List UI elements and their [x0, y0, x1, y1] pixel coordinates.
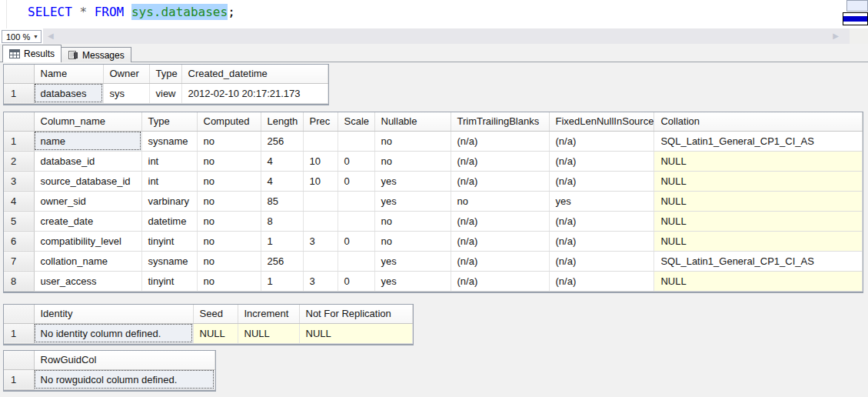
- column-header[interactable]: Computed: [197, 112, 261, 131]
- cell[interactable]: view: [149, 83, 181, 103]
- cell[interactable]: NULL: [654, 171, 863, 191]
- cell[interactable]: datetime: [141, 211, 197, 231]
- column-header[interactable]: Scale: [338, 112, 374, 131]
- vertical-scrollbar-thumb[interactable]: [846, 0, 868, 12]
- cell[interactable]: sys: [103, 83, 149, 103]
- column-header[interactable]: Increment: [238, 305, 299, 323]
- row-header[interactable]: 8: [4, 271, 34, 291]
- column-header[interactable]: Length: [261, 112, 303, 131]
- column-header[interactable]: Created_datetime: [181, 65, 328, 83]
- cell[interactable]: 0: [338, 151, 374, 171]
- cell[interactable]: (n/a): [549, 211, 654, 231]
- cell[interactable]: 10: [303, 151, 338, 171]
- column-header[interactable]: Column_name: [34, 112, 141, 131]
- selected-cell[interactable]: name: [34, 131, 141, 151]
- selected-cell[interactable]: No rowguidcol column defined.: [34, 369, 215, 389]
- grid-corner-cell[interactable]: [4, 65, 34, 83]
- zoom-dropdown[interactable]: 100 % ▼: [2, 30, 42, 43]
- cell[interactable]: no: [197, 151, 261, 171]
- cell[interactable]: 0: [338, 231, 374, 251]
- cell[interactable]: NULL: [654, 271, 863, 291]
- cell[interactable]: no: [374, 211, 451, 231]
- cell[interactable]: owner_sid: [34, 191, 141, 211]
- cell[interactable]: collation_name: [34, 251, 141, 271]
- cell[interactable]: [303, 211, 338, 231]
- column-header[interactable]: Type: [149, 65, 181, 83]
- cell[interactable]: SQL_Latin1_General_CP1_CI_AS: [654, 131, 863, 151]
- cell[interactable]: (n/a): [451, 231, 549, 251]
- column-header[interactable]: TrimTrailingBlanks: [451, 112, 549, 131]
- cell[interactable]: [338, 211, 374, 231]
- cell[interactable]: yes: [374, 271, 451, 291]
- cell[interactable]: 1: [261, 271, 303, 291]
- cell[interactable]: [303, 251, 338, 271]
- cell[interactable]: yes: [549, 191, 654, 211]
- cell[interactable]: NULL: [654, 151, 863, 171]
- column-header[interactable]: Owner: [103, 65, 149, 83]
- cell[interactable]: (n/a): [549, 271, 654, 291]
- tab-messages[interactable]: Messages: [61, 47, 131, 62]
- cell[interactable]: (n/a): [451, 271, 549, 291]
- cell[interactable]: (n/a): [451, 211, 549, 231]
- row-header[interactable]: 1: [4, 369, 34, 389]
- selected-cell[interactable]: databases: [34, 83, 103, 103]
- scroll-right-icon[interactable]: ▶: [833, 32, 839, 40]
- cell[interactable]: 0: [338, 271, 374, 291]
- grid-corner-cell[interactable]: [4, 351, 34, 369]
- cell[interactable]: 8: [261, 211, 303, 231]
- cell[interactable]: NULL: [193, 323, 238, 343]
- cell[interactable]: 256: [261, 251, 303, 271]
- cell[interactable]: (n/a): [549, 231, 654, 251]
- cell[interactable]: [338, 191, 374, 211]
- cell[interactable]: NULL: [238, 323, 299, 343]
- cell[interactable]: source_database_id: [34, 171, 141, 191]
- cell[interactable]: 0: [338, 171, 374, 191]
- row-header[interactable]: 7: [4, 251, 34, 271]
- column-header[interactable]: Seed: [193, 305, 238, 323]
- cell[interactable]: yes: [374, 251, 451, 271]
- sql-editor[interactable]: SELECT * FROM sys.databases;: [0, 0, 868, 28]
- row-header[interactable]: 1: [4, 83, 34, 103]
- cell[interactable]: 2012-02-10 20:17:21.173: [181, 83, 328, 103]
- row-header[interactable]: 2: [4, 151, 34, 171]
- cell[interactable]: 3: [303, 271, 338, 291]
- cell[interactable]: no: [197, 191, 261, 211]
- cell[interactable]: sysname: [141, 131, 197, 151]
- column-header[interactable]: Name: [34, 65, 103, 83]
- cell[interactable]: no: [451, 191, 549, 211]
- column-header[interactable]: FixedLenNullInSource: [549, 112, 654, 131]
- cell[interactable]: (n/a): [451, 131, 549, 151]
- scroll-left-icon[interactable]: ◀: [48, 32, 54, 40]
- cell[interactable]: sysname: [141, 251, 197, 271]
- cell[interactable]: user_access: [34, 271, 141, 291]
- cell[interactable]: compatibility_level: [34, 231, 141, 251]
- cell[interactable]: yes: [374, 171, 451, 191]
- cell[interactable]: SQL_Latin1_General_CP1_CI_AS: [654, 251, 863, 271]
- cell[interactable]: varbinary: [141, 191, 197, 211]
- cell[interactable]: no: [197, 251, 261, 271]
- cell[interactable]: (n/a): [451, 251, 549, 271]
- grid-corner-cell[interactable]: [4, 112, 34, 131]
- cell[interactable]: database_id: [34, 151, 141, 171]
- cell[interactable]: (n/a): [549, 171, 654, 191]
- cell[interactable]: [303, 191, 338, 211]
- row-header[interactable]: 1: [4, 323, 34, 343]
- row-header[interactable]: 6: [4, 231, 34, 251]
- cell[interactable]: [338, 251, 374, 271]
- column-header[interactable]: Type: [141, 112, 197, 131]
- cell[interactable]: no: [197, 271, 261, 291]
- column-header[interactable]: RowGuidCol: [34, 351, 215, 369]
- cell[interactable]: [338, 131, 374, 151]
- cell[interactable]: 10: [303, 171, 338, 191]
- cell[interactable]: NULL: [654, 211, 863, 231]
- cell[interactable]: 4: [261, 151, 303, 171]
- grid-corner-cell[interactable]: [4, 305, 34, 323]
- cell[interactable]: no: [374, 231, 451, 251]
- cell[interactable]: NULL: [654, 231, 863, 251]
- column-header[interactable]: Identity: [34, 305, 193, 323]
- cell[interactable]: no: [197, 231, 261, 251]
- cell[interactable]: 85: [261, 191, 303, 211]
- cell[interactable]: no: [197, 211, 261, 231]
- column-header[interactable]: Prec: [303, 112, 338, 131]
- cell[interactable]: no: [197, 171, 261, 191]
